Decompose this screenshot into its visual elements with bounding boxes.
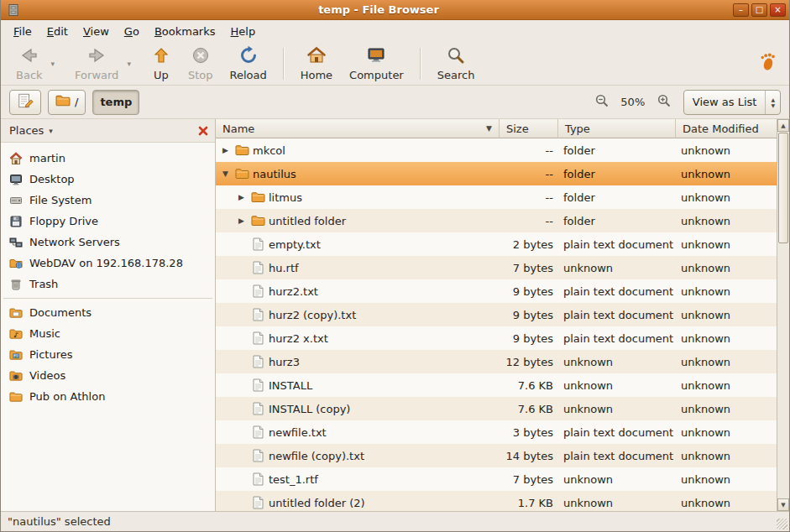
- indent: [217, 432, 233, 433]
- forward-label: Forward: [75, 69, 118, 81]
- scrollbar-thumb[interactable]: [778, 133, 788, 243]
- expander-icon[interactable]: ▶: [233, 193, 249, 201]
- table-row[interactable]: empty.txt 2 bytes plain text document un…: [216, 232, 777, 256]
- file-manager-icon: [7, 3, 22, 18]
- file-date: unknown: [676, 332, 777, 345]
- sidebar-item-desktop[interactable]: Desktop: [1, 169, 215, 190]
- vertical-scrollbar[interactable]: ▲ ▼: [777, 119, 789, 511]
- minimize-button[interactable]: –: [733, 3, 749, 17]
- indent: [217, 479, 233, 480]
- stop-icon: [191, 45, 211, 68]
- up-button[interactable]: Up: [143, 43, 180, 84]
- file-date: unknown: [676, 309, 777, 321]
- file-date: unknown: [676, 356, 777, 368]
- close-button[interactable]: ×: [770, 3, 786, 17]
- home-button[interactable]: Home: [292, 43, 341, 84]
- name-cell: ▶ untitled folder: [216, 215, 500, 227]
- table-row[interactable]: ▶ litmus -- folder unknown: [216, 185, 777, 209]
- table-row[interactable]: ▶ mkcol -- folder unknown: [216, 138, 777, 162]
- scrollbar-trough[interactable]: [777, 132, 789, 498]
- table-row[interactable]: ▶ untitled folder -- folder unknown: [216, 209, 777, 232]
- search-button[interactable]: Search: [429, 43, 484, 84]
- menu-view[interactable]: View: [76, 23, 117, 40]
- menu-file[interactable]: File: [6, 23, 39, 40]
- table-row[interactable]: hurz2 (copy).txt 9 bytes plain text docu…: [216, 303, 777, 326]
- file-type: folder: [558, 168, 676, 180]
- sidebar-item-webdav[interactable]: WebDAV on 192.168.178.28: [1, 253, 215, 274]
- file-size: 7 bytes: [500, 473, 558, 486]
- up-icon: [151, 45, 171, 68]
- table-row[interactable]: hu.rtf 7 bytes unknown unknown: [216, 256, 777, 279]
- menu-help[interactable]: Help: [223, 23, 264, 40]
- file-list-area: Name ▼ Size Type Date Modified: [216, 119, 789, 511]
- sidebar-item-documents[interactable]: Documents: [1, 302, 215, 323]
- column-header-size[interactable]: Size: [500, 119, 558, 138]
- column-header-type[interactable]: Type: [558, 119, 676, 138]
- maximize-button[interactable]: □: [751, 3, 767, 17]
- zoom-in-button[interactable]: [655, 91, 673, 112]
- file-type: unknown: [558, 403, 676, 415]
- sidebar-item-trash[interactable]: Trash: [1, 274, 215, 295]
- forward-button[interactable]: Forward: [66, 43, 127, 84]
- table-row[interactable]: test_1.rtf 7 bytes unknown unknown: [216, 467, 777, 491]
- computer-button[interactable]: Computer: [341, 43, 412, 84]
- path-root-button[interactable]: /: [48, 90, 86, 115]
- table-row[interactable]: hurz3 12 bytes unknown unknown: [216, 350, 777, 373]
- file-date: unknown: [676, 168, 777, 180]
- menu-bookmarks[interactable]: Bookmarks: [147, 23, 223, 40]
- places-close-button[interactable]: [197, 125, 209, 137]
- name-cell: hu.rtf: [216, 261, 500, 274]
- expander-icon[interactable]: ▼: [217, 170, 233, 178]
- file-date: unknown: [676, 403, 777, 415]
- titlebar[interactable]: temp - File Browser – □ ×: [1, 0, 789, 20]
- file-type: unknown: [558, 379, 676, 392]
- scroll-up-button[interactable]: ▲: [777, 119, 789, 132]
- places-header[interactable]: Places ▾: [1, 119, 215, 143]
- back-button[interactable]: Back: [8, 43, 51, 84]
- view-mode-spinner[interactable]: ▲ ▼: [765, 91, 780, 114]
- expander-icon[interactable]: ▶: [217, 146, 233, 154]
- expander-icon[interactable]: ▶: [233, 216, 249, 225]
- zoom-out-button[interactable]: [593, 91, 611, 112]
- sidebar-item-home[interactable]: martin: [1, 148, 215, 169]
- table-row[interactable]: newfile (copy).txt 14 bytes plain text d…: [216, 444, 777, 467]
- file-name: hu.rtf: [269, 262, 299, 274]
- sidebar-item-music[interactable]: Music: [1, 323, 215, 344]
- column-header-name[interactable]: Name ▼: [216, 119, 500, 138]
- resize-grip[interactable]: [777, 519, 787, 529]
- forward-history-dropdown[interactable]: ▾: [127, 60, 131, 68]
- file-size: 7.6 KB: [500, 403, 558, 415]
- sidebar-item-pub[interactable]: Pub on Athlon: [1, 386, 215, 407]
- menu-edit[interactable]: Edit: [39, 23, 76, 40]
- table-row[interactable]: INSTALL 7.6 KB unknown unknown: [216, 373, 777, 397]
- file-size: 9 bytes: [500, 332, 558, 345]
- drive-icon: [9, 194, 23, 207]
- sidebar-item-pictures[interactable]: Pictures: [1, 344, 215, 365]
- view-mode-select[interactable]: View as List ▲ ▼: [683, 90, 781, 115]
- stop-button[interactable]: Stop: [180, 43, 222, 84]
- back-history-dropdown[interactable]: ▾: [51, 60, 55, 68]
- table-row[interactable]: untitled folder (2) 1.7 KB unknown unkno…: [216, 491, 777, 511]
- reload-button[interactable]: Reload: [221, 43, 275, 84]
- table-row[interactable]: ▼ nautilus -- folder unknown: [216, 162, 777, 185]
- file-size: 1.7 KB: [500, 497, 558, 509]
- scroll-down-button[interactable]: ▼: [777, 498, 789, 511]
- table-row[interactable]: newfile.txt 3 bytes plain text document …: [216, 420, 777, 444]
- edit-location-button[interactable]: [9, 90, 41, 115]
- sidebar-item-filesystem[interactable]: File System: [1, 190, 215, 211]
- file-size: 7 bytes: [500, 262, 558, 274]
- path-current-label: temp: [100, 96, 132, 108]
- path-current-button[interactable]: temp: [92, 90, 139, 115]
- zoom-in-icon: [657, 93, 672, 111]
- sidebar-item-floppy[interactable]: Floppy Drive: [1, 211, 215, 232]
- menubar: File Edit View Go Bookmarks Help: [1, 20, 789, 42]
- places-sidebar: Places ▾ martin Desktop File System: [1, 119, 216, 511]
- menu-go[interactable]: Go: [117, 23, 147, 40]
- table-row[interactable]: INSTALL (copy) 7.6 KB unknown unknown: [216, 397, 777, 420]
- sidebar-item-network[interactable]: Network Servers: [1, 232, 215, 253]
- column-header-date[interactable]: Date Modified: [676, 119, 777, 138]
- sidebar-item-videos[interactable]: Videos: [1, 365, 215, 386]
- maximize-icon: □: [756, 6, 763, 14]
- table-row[interactable]: hurz2.txt 9 bytes plain text document un…: [216, 279, 777, 303]
- table-row[interactable]: hurz2 x.txt 9 bytes plain text document …: [216, 326, 777, 350]
